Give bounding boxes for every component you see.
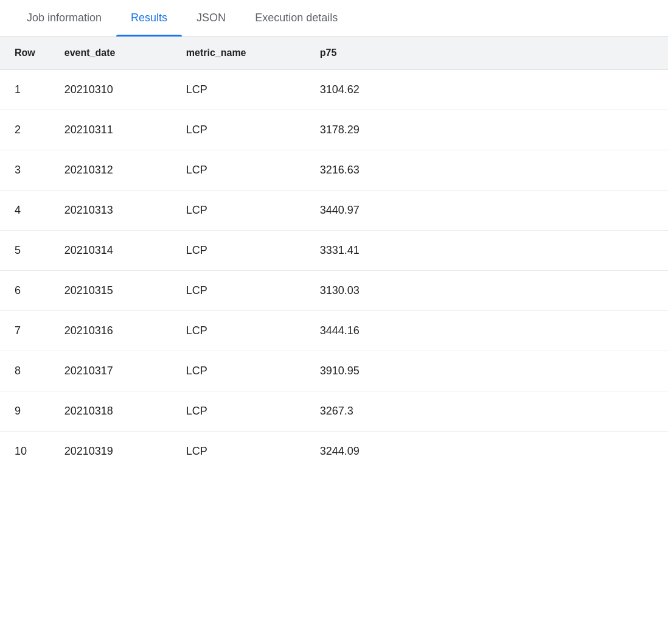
cell-event-date: 20210314 (50, 231, 172, 271)
cell-event-date: 20210310 (50, 70, 172, 110)
cell-metric-name: LCP (172, 231, 305, 271)
cell-extra (427, 191, 668, 231)
tab-job-information[interactable]: Job information (12, 0, 116, 37)
tab-results[interactable]: Results (116, 0, 182, 37)
cell-extra (427, 231, 668, 271)
col-header-extra (427, 37, 668, 70)
table-row: 420210313LCP3440.97 (0, 191, 668, 231)
cell-extra (427, 391, 668, 432)
cell-row: 3 (0, 150, 50, 191)
cell-extra (427, 110, 668, 150)
header-row: Row event_date metric_name p75 (0, 37, 668, 70)
col-header-metric-name: metric_name (172, 37, 305, 70)
table-row: 720210316LCP3444.16 (0, 311, 668, 351)
results-table: Row event_date metric_name p75 120210310… (0, 37, 668, 471)
cell-event-date: 20210312 (50, 150, 172, 191)
col-header-event-date: event_date (50, 37, 172, 70)
cell-p75: 3910.95 (305, 351, 427, 391)
cell-p75: 3331.41 (305, 231, 427, 271)
table-header: Row event_date metric_name p75 (0, 37, 668, 70)
cell-event-date: 20210315 (50, 271, 172, 311)
tab-execution-details[interactable]: Execution details (240, 0, 352, 37)
cell-p75: 3130.03 (305, 271, 427, 311)
table-row: 320210312LCP3216.63 (0, 150, 668, 191)
tab-json[interactable]: JSON (182, 0, 240, 37)
cell-extra (427, 311, 668, 351)
cell-event-date: 20210313 (50, 191, 172, 231)
cell-event-date: 20210316 (50, 311, 172, 351)
cell-p75: 3216.63 (305, 150, 427, 191)
cell-metric-name: LCP (172, 110, 305, 150)
cell-metric-name: LCP (172, 191, 305, 231)
table-row: 1020210319LCP3244.09 (0, 432, 668, 472)
cell-metric-name: LCP (172, 311, 305, 351)
cell-extra (427, 70, 668, 110)
tabs-bar: Job informationResultsJSONExecution deta… (0, 0, 668, 37)
col-header-p75: p75 (305, 37, 427, 70)
cell-row: 6 (0, 271, 50, 311)
cell-p75: 3444.16 (305, 311, 427, 351)
table-row: 220210311LCP3178.29 (0, 110, 668, 150)
cell-event-date: 20210318 (50, 391, 172, 432)
cell-extra (427, 351, 668, 391)
cell-event-date: 20210311 (50, 110, 172, 150)
cell-metric-name: LCP (172, 271, 305, 311)
cell-p75: 3178.29 (305, 110, 427, 150)
cell-extra (427, 150, 668, 191)
cell-row: 4 (0, 191, 50, 231)
cell-row: 5 (0, 231, 50, 271)
cell-p75: 3104.62 (305, 70, 427, 110)
cell-row: 8 (0, 351, 50, 391)
table-body: 120210310LCP3104.62220210311LCP3178.2932… (0, 70, 668, 472)
cell-row: 7 (0, 311, 50, 351)
cell-extra (427, 432, 668, 472)
table-row: 920210318LCP3267.3 (0, 391, 668, 432)
cell-row: 10 (0, 432, 50, 472)
cell-metric-name: LCP (172, 70, 305, 110)
cell-event-date: 20210317 (50, 351, 172, 391)
cell-extra (427, 271, 668, 311)
cell-row: 9 (0, 391, 50, 432)
cell-metric-name: LCP (172, 150, 305, 191)
col-header-row: Row (0, 37, 50, 70)
cell-metric-name: LCP (172, 391, 305, 432)
table-row: 520210314LCP3331.41 (0, 231, 668, 271)
cell-metric-name: LCP (172, 432, 305, 472)
cell-row: 2 (0, 110, 50, 150)
table-row: 120210310LCP3104.62 (0, 70, 668, 110)
cell-p75: 3267.3 (305, 391, 427, 432)
results-table-container: Row event_date metric_name p75 120210310… (0, 37, 668, 471)
table-row: 820210317LCP3910.95 (0, 351, 668, 391)
cell-event-date: 20210319 (50, 432, 172, 472)
cell-metric-name: LCP (172, 351, 305, 391)
cell-p75: 3440.97 (305, 191, 427, 231)
table-row: 620210315LCP3130.03 (0, 271, 668, 311)
cell-p75: 3244.09 (305, 432, 427, 472)
cell-row: 1 (0, 70, 50, 110)
